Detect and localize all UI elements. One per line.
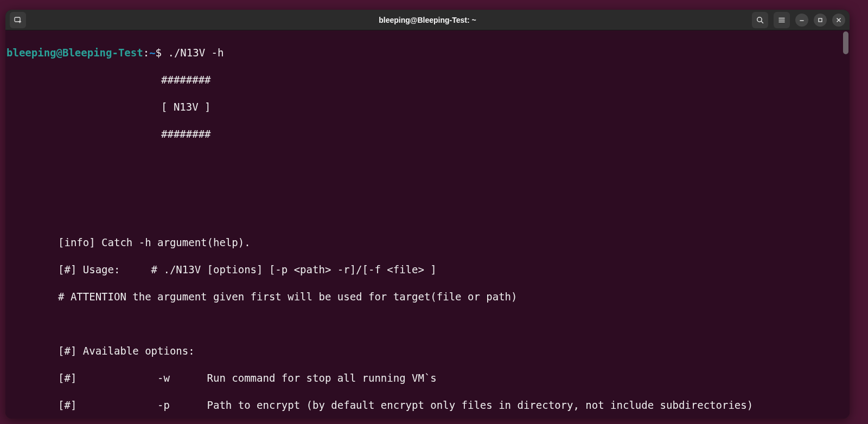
new-tab-icon <box>14 16 22 24</box>
terminal-window: bleeping@Bleeping-Test: ~ <box>5 10 850 419</box>
titlebar: bleeping@Bleeping-Test: ~ <box>5 10 850 30</box>
search-button[interactable] <box>752 12 768 28</box>
close-icon <box>835 17 842 23</box>
banner-line-3: ######## <box>7 127 211 141</box>
search-icon <box>756 16 764 24</box>
prompt-separator: : <box>143 47 149 59</box>
terminal-body[interactable]: bleeping@Bleeping-Test:~$ ./N13V -h ####… <box>5 30 850 419</box>
hamburger-icon <box>777 16 786 24</box>
close-button[interactable] <box>832 14 845 27</box>
terminal-output: bleeping@Bleeping-Test:~$ ./N13V -h ####… <box>7 33 848 419</box>
maximize-icon <box>817 17 824 23</box>
opt-desc: Path to encrypt (by default encrypt only… <box>207 399 754 411</box>
opt-row: [#] -w Run command for stop all running … <box>7 371 437 385</box>
help-attention-line: # ATTENTION the argument given first wil… <box>7 290 517 304</box>
minimize-button[interactable] <box>795 14 808 27</box>
vertical-scrollbar[interactable] <box>843 31 848 54</box>
window-title: bleeping@Bleeping-Test: ~ <box>5 16 850 24</box>
prompt-path: ~ <box>149 47 155 59</box>
opt-flag: [#] -w <box>58 372 207 384</box>
svg-rect-0 <box>15 17 20 22</box>
svg-line-4 <box>761 21 763 23</box>
entered-command: ./N13V -h <box>168 47 224 59</box>
banner-line-2: [ N13V ] <box>7 100 211 114</box>
maximize-button[interactable] <box>814 14 827 27</box>
opt-desc: Run command for stop all running VM`s <box>207 372 437 384</box>
titlebar-right <box>752 12 850 28</box>
minimize-icon <box>799 17 805 23</box>
svg-rect-9 <box>819 18 822 22</box>
prompt-symbol: $ <box>156 47 162 59</box>
prompt-line-1: bleeping@Bleeping-Test:~$ ./N13V -h <box>7 46 848 60</box>
menu-button[interactable] <box>774 12 790 28</box>
help-options-header: [#] Available options: <box>7 344 195 358</box>
banner-line-1: ######## <box>7 73 211 87</box>
new-tab-button[interactable] <box>10 12 26 28</box>
prompt-user-host: bleeping@Bleeping-Test <box>7 47 143 59</box>
opt-row: [#] -p Path to encrypt (by default encry… <box>7 399 753 412</box>
opt-flag: [#] -p <box>58 399 207 411</box>
titlebar-left <box>5 12 26 28</box>
help-info-line: [info] Catch -h argument(help). <box>7 236 251 249</box>
help-usage-line: [#] Usage: # ./N13V [options] [-p <path>… <box>7 263 437 277</box>
